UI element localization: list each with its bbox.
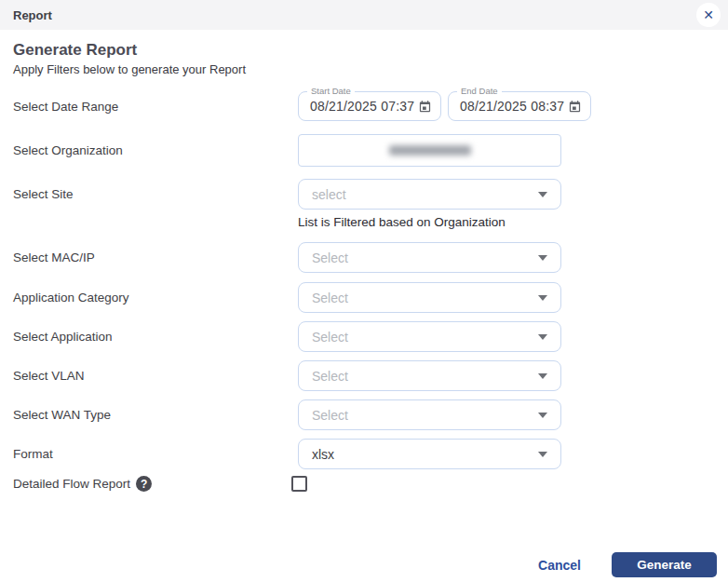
- chevron-down-icon: [538, 452, 547, 457]
- application-category-select-placeholder: Select: [312, 291, 348, 305]
- format-label: Format: [13, 447, 298, 461]
- row-site: Select Site select: [13, 179, 715, 210]
- format-select-value: xlsx: [312, 447, 334, 462]
- site-label: Select Site: [13, 187, 298, 201]
- vlan-select[interactable]: Select: [298, 360, 561, 391]
- site-select-placeholder: select: [312, 187, 346, 202]
- row-detailed-flow-report: Detailed Flow Report ?: [13, 476, 715, 492]
- organization-input[interactable]: [298, 134, 561, 167]
- wan-type-select-placeholder: Select: [312, 408, 348, 423]
- end-date-floating-label: End Date: [457, 86, 502, 96]
- page-subtitle: Apply Filters below to generate your Rep…: [13, 62, 715, 77]
- end-date-field[interactable]: End Date 08/21/2025 08:37: [448, 91, 591, 121]
- organization-label: Select Organization: [13, 143, 298, 157]
- calendar-icon[interactable]: [568, 100, 582, 114]
- detailed-flow-report-label: Detailed Flow Report: [13, 477, 130, 491]
- application-category-label: Application Category: [13, 291, 298, 305]
- chevron-down-icon: [538, 413, 547, 418]
- wan-type-label: Select WAN Type: [13, 408, 298, 422]
- modal-title: Report: [13, 8, 52, 22]
- mac-ip-label: Select MAC/IP: [13, 250, 298, 264]
- vlan-label: Select VLAN: [13, 369, 298, 383]
- site-select[interactable]: select: [298, 179, 561, 210]
- format-select[interactable]: xlsx: [298, 439, 561, 469]
- chevron-down-icon: [538, 192, 547, 197]
- application-select-placeholder: Select: [312, 330, 348, 345]
- mac-ip-select-placeholder: Select: [312, 250, 348, 265]
- row-application-category: Application Category Select: [13, 282, 715, 313]
- close-icon[interactable]: ✕: [696, 3, 721, 27]
- row-date-range: Select Date Range Start Date 08/21/2025 …: [13, 91, 715, 121]
- row-wan-type: Select WAN Type Select: [13, 399, 715, 430]
- date-range-label: Select Date Range: [13, 100, 298, 114]
- start-date-field[interactable]: Start Date 08/21/2025 07:37: [298, 91, 441, 121]
- application-label: Select Application: [13, 330, 298, 344]
- site-filter-note: List is Filtered based on Organization: [298, 215, 715, 229]
- chevron-down-icon: [538, 373, 547, 379]
- calendar-icon[interactable]: [418, 100, 432, 114]
- vlan-select-placeholder: Select: [312, 369, 348, 384]
- start-date-value[interactable]: 08/21/2025 07:37: [310, 99, 414, 114]
- start-date-floating-label: Start Date: [307, 86, 355, 96]
- application-category-select[interactable]: Select: [298, 282, 561, 313]
- mac-ip-select[interactable]: Select: [298, 242, 561, 273]
- end-date-value[interactable]: 08/21/2025 08:37: [460, 99, 564, 114]
- row-mac-ip: Select MAC/IP Select: [13, 242, 715, 273]
- detailed-flow-report-checkbox[interactable]: [291, 476, 307, 492]
- modal-header: Report ✕: [0, 0, 728, 30]
- organization-redacted-value: [389, 145, 471, 156]
- help-icon[interactable]: ?: [136, 476, 152, 492]
- chevron-down-icon: [538, 295, 547, 301]
- wan-type-select[interactable]: Select: [298, 399, 561, 430]
- row-vlan: Select VLAN Select: [13, 360, 715, 391]
- report-filter-form: Select Date Range Start Date 08/21/2025 …: [13, 91, 715, 492]
- modal-footer: Cancel Generate: [538, 552, 717, 577]
- application-select[interactable]: Select: [298, 321, 561, 352]
- cancel-button[interactable]: Cancel: [538, 558, 581, 573]
- chevron-down-icon: [538, 334, 547, 340]
- row-organization: Select Organization: [13, 134, 715, 167]
- generate-button[interactable]: Generate: [612, 552, 717, 577]
- chevron-down-icon: [538, 255, 547, 261]
- page-title: Generate Report: [13, 41, 715, 60]
- row-format: Format xlsx: [13, 439, 715, 469]
- row-application: Select Application Select: [13, 321, 715, 352]
